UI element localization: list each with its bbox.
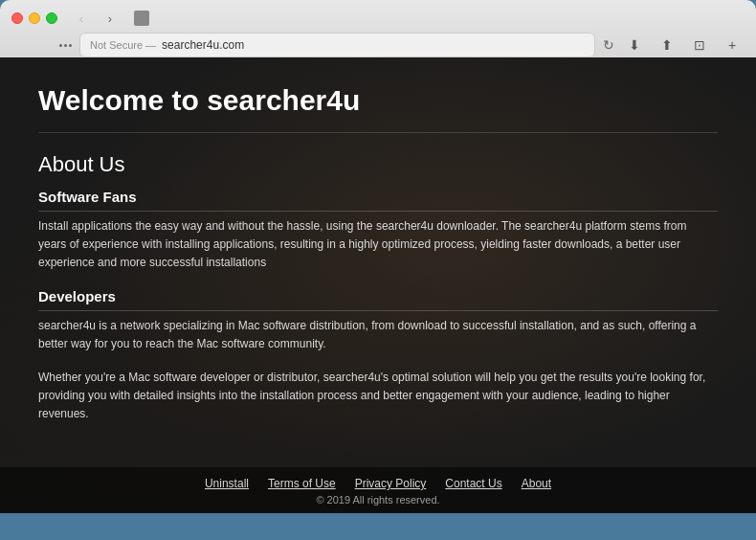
software-fans-section: Software Fans Install applications the e… bbox=[38, 189, 718, 273]
back-button[interactable]: ‹ bbox=[69, 10, 94, 27]
traffic-lights bbox=[11, 12, 57, 24]
page-content: Welcome to searcher4u About Us Software … bbox=[0, 57, 756, 465]
browser-chrome: ‹ › Not Secure — searcher4u.com ↻ ⬇ ⬆ ⊡ … bbox=[0, 0, 756, 57]
footer-contact-link[interactable]: Contact Us bbox=[445, 477, 501, 490]
forward-button[interactable]: › bbox=[98, 10, 122, 27]
about-us-title: About Us bbox=[38, 152, 718, 177]
tab-overview-icon[interactable] bbox=[134, 11, 149, 26]
download-icon[interactable]: ⬇ bbox=[622, 35, 647, 55]
webpage: Welcome to searcher4u About Us Software … bbox=[0, 57, 756, 513]
footer-uninstall-link[interactable]: Uninstall bbox=[205, 477, 249, 490]
minimize-button[interactable] bbox=[29, 12, 40, 24]
developers-heading: Developers bbox=[38, 288, 718, 311]
footer-about-link[interactable]: About bbox=[522, 477, 551, 490]
share-icon[interactable]: ⬆ bbox=[655, 35, 679, 55]
address-bar[interactable]: Not Secure — searcher4u.com bbox=[79, 33, 595, 57]
software-fans-heading: Software Fans bbox=[38, 189, 718, 212]
not-secure-label: Not Secure — bbox=[90, 39, 156, 51]
add-tab-icon[interactable]: + bbox=[720, 35, 745, 55]
maximize-button[interactable] bbox=[46, 12, 57, 24]
nav-buttons: ‹ › bbox=[69, 10, 122, 27]
tab-bar: Not Secure — searcher4u.com ↻ ⬇ ⬆ ⊡ + bbox=[0, 33, 756, 57]
footer-copyright: © 2019 All rights reserved. bbox=[0, 494, 756, 506]
site-title: Welcome to searcher4u bbox=[38, 84, 718, 133]
developers-body1: searcher4u is a network specializing in … bbox=[38, 317, 718, 353]
toolbar-icons: ⬇ ⬆ ⊡ + bbox=[622, 35, 745, 55]
footer: Uninstall Terms of Use Privacy Policy Co… bbox=[0, 467, 756, 513]
new-tab-icon[interactable]: ⊡ bbox=[687, 35, 712, 55]
developers-body2: Whether you're a Mac software developer … bbox=[38, 369, 718, 424]
footer-terms-link[interactable]: Terms of Use bbox=[268, 477, 336, 490]
developers-section: Developers searcher4u is a network speci… bbox=[38, 288, 718, 424]
footer-privacy-link[interactable]: Privacy Policy bbox=[355, 477, 427, 490]
menu-icon bbox=[59, 44, 72, 47]
reload-button[interactable]: ↻ bbox=[603, 37, 614, 53]
footer-links: Uninstall Terms of Use Privacy Policy Co… bbox=[0, 477, 756, 490]
software-fans-body: Install applications the easy way and wi… bbox=[38, 217, 718, 273]
close-button[interactable] bbox=[11, 12, 23, 24]
url-text: searcher4u.com bbox=[162, 38, 244, 52]
title-bar: ‹ › bbox=[0, 0, 756, 33]
